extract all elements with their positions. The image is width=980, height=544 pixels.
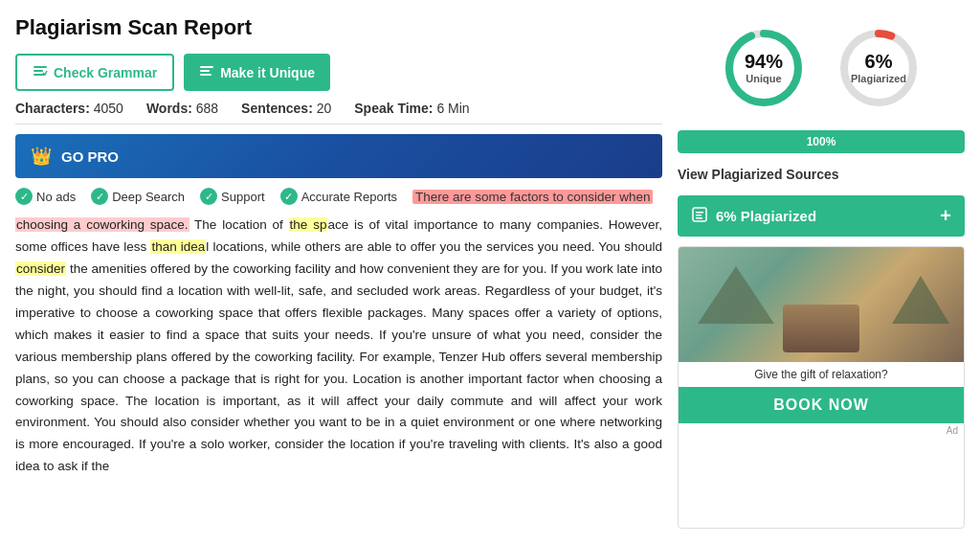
progress-bar-fill: 100%	[678, 130, 965, 153]
svg-rect-5	[200, 74, 212, 76]
speak-time-stat: Speak Time: 6 Min	[354, 101, 469, 116]
unique-label: Unique	[745, 73, 783, 85]
characters-stat: Characters: 4050	[15, 101, 123, 116]
plagiarized-score-container: 6% Plagiarized	[835, 25, 922, 111]
check-grammar-icon	[33, 63, 48, 81]
left-panel: Plagiarism Scan Report Check Grammar	[15, 15, 662, 529]
feature-accurate-reports: ✓ Accurate Reports	[280, 188, 397, 205]
ad-book-button[interactable]: BOOK NOW	[679, 387, 964, 423]
svg-rect-12	[696, 215, 702, 216]
go-pro-label: GO PRO	[61, 148, 119, 165]
feature-no-ads: ✓ No ads	[15, 188, 76, 205]
svg-rect-2	[33, 74, 45, 76]
svg-rect-1	[33, 70, 43, 72]
unique-score-inner: 94% Unique	[745, 50, 783, 85]
ad-footer: Ad	[679, 423, 964, 438]
highlighted-coworking-phrase: choosing a coworking space.	[15, 217, 189, 232]
check-icon-accurate-reports: ✓	[280, 188, 298, 205]
crown-icon: 👑	[31, 146, 52, 167]
svg-rect-4	[200, 70, 210, 72]
features-list: ✓ No ads ✓ Deep Search ✓ Support ✓ Accur…	[15, 188, 662, 205]
scores-row: 94% Unique 6% Plagiarized	[678, 15, 965, 121]
feature-support: ✓ Support	[200, 188, 265, 205]
check-icon-no-ads: ✓	[15, 188, 33, 205]
ad-mountain-shape-2	[892, 276, 949, 324]
feature-deep-search: ✓ Deep Search	[91, 188, 185, 205]
plagiarized-score-circle: 6% Plagiarized	[835, 25, 922, 111]
svg-rect-13	[696, 217, 702, 219]
unique-score-container: 94% Unique	[721, 25, 807, 111]
check-grammar-button[interactable]: Check Grammar	[15, 54, 174, 91]
sentences-stat: Sentences: 20	[241, 101, 331, 116]
words-stat: Words: 688	[146, 101, 218, 116]
body-text: The location of the space is of vital im…	[15, 217, 662, 473]
unique-score-circle: 94% Unique	[721, 25, 807, 111]
ad-image	[679, 247, 964, 362]
action-buttons: Check Grammar Make it Unique	[15, 54, 662, 91]
check-icon-support: ✓	[200, 188, 217, 205]
svg-rect-0	[33, 66, 47, 68]
plagiarized-badge-label: 6% Plagiarized	[716, 208, 816, 224]
svg-rect-3	[200, 66, 213, 68]
stats-bar: Characters: 4050 Words: 688 Sentences: 2…	[15, 101, 662, 125]
plagiarized-percent: 6%	[851, 50, 906, 73]
make-unique-icon	[199, 63, 214, 81]
plagiarized-badge-icon	[691, 206, 708, 226]
check-grammar-label: Check Grammar	[54, 65, 157, 80]
plagiarized-badge-button[interactable]: 6% Plagiarized +	[678, 195, 965, 237]
right-panel: 94% Unique 6% Plagiarized	[678, 15, 965, 529]
highlighted-text-inline: There are some factors to consider when	[412, 190, 653, 204]
text-content-area: choosing a coworking space. The location…	[15, 215, 662, 529]
ad-mountain-shape	[698, 266, 774, 324]
svg-rect-11	[696, 212, 703, 214]
view-sources-label: View Plagiarized Sources	[678, 163, 965, 186]
expand-icon: +	[940, 205, 951, 227]
go-pro-banner[interactable]: 👑 GO PRO	[15, 134, 662, 178]
unique-percent: 94%	[745, 50, 783, 73]
plagiarized-label: Plagiarized	[851, 73, 906, 85]
ad-caption: Give the gift of relaxation?	[679, 362, 964, 387]
check-icon-deep-search: ✓	[91, 188, 108, 205]
progress-bar-label: 100%	[807, 135, 836, 148]
plagiarized-score-inner: 6% Plagiarized	[851, 50, 906, 85]
progress-bar-container: 100%	[678, 130, 965, 153]
page-title: Plagiarism Scan Report	[15, 15, 662, 40]
make-unique-button[interactable]: Make it Unique	[184, 54, 330, 91]
ad-landscape-object	[783, 305, 859, 352]
make-unique-label: Make it Unique	[220, 65, 315, 80]
ad-container: ✕ Ad Give the gift of relaxation? BOOK N…	[678, 246, 965, 529]
